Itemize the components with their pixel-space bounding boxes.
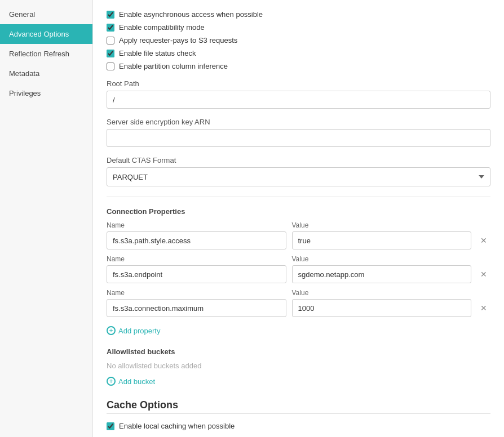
add-bucket-label: Add bucket	[118, 377, 155, 386]
sidebar-item-privileges[interactable]: Privileges	[0, 83, 92, 103]
property-name-label-1: Name	[107, 255, 286, 263]
property-name-col-1: Name	[107, 255, 286, 283]
checkbox-row-file-status: Enable file status check	[107, 49, 490, 57]
sidebar-item-reflection-refresh[interactable]: Reflection Refresh	[0, 44, 92, 64]
checkbox-label-local-caching[interactable]: Enable local caching when possible	[119, 422, 235, 430]
property-remove-2[interactable]: ✕	[477, 299, 490, 317]
ctas-format-select[interactable]: PARQUET ORC JSON CSV	[107, 167, 490, 186]
property-value-col-2: Value	[292, 289, 472, 317]
property-name-input-2[interactable]	[107, 299, 286, 317]
sidebar-item-general[interactable]: General	[0, 5, 92, 24]
property-name-col-0: Name	[107, 221, 286, 249]
root-path-group: Root Path	[107, 79, 490, 109]
property-value-label-1: Value	[292, 255, 472, 263]
add-property-button[interactable]: + Add property	[107, 326, 160, 335]
property-remove-1[interactable]: ✕	[477, 265, 490, 283]
property-row-0: Name Value ✕	[107, 221, 490, 249]
encryption-key-input[interactable]	[107, 129, 490, 147]
property-row-1: Name Value ✕	[107, 255, 490, 283]
property-remove-0[interactable]: ✕	[477, 231, 490, 249]
checkbox-row-local-caching: Enable local caching when possible	[107, 422, 490, 430]
checkbox-requester-pays[interactable]	[107, 37, 114, 44]
add-bucket-button[interactable]: + Add bucket	[107, 377, 155, 386]
property-name-label-2: Name	[107, 289, 286, 297]
property-name-input-1[interactable]	[107, 265, 286, 283]
checkbox-label-async[interactable]: Enable asynchronous access when possible	[119, 10, 263, 19]
checkbox-label-partition[interactable]: Enable partition column inference	[119, 62, 228, 70]
checkbox-partition-col[interactable]	[107, 63, 114, 70]
sidebar-item-metadata[interactable]: Metadata	[0, 64, 92, 83]
connection-properties-title: Connection Properties	[107, 207, 490, 216]
property-name-input-0[interactable]	[107, 231, 286, 249]
property-value-input-0[interactable]	[292, 231, 472, 249]
property-value-label-2: Value	[292, 289, 472, 297]
checkbox-row-async: Enable asynchronous access when possible	[107, 10, 490, 19]
cache-options-section: Cache Options Enable local caching when …	[107, 399, 490, 437]
ctas-format-label: Default CTAS Format	[107, 156, 490, 164]
sidebar: General Advanced Options Reflection Refr…	[0, 0, 93, 437]
divider-1	[107, 197, 490, 197]
allowlist-empty-text: No allowlisted buckets added	[107, 362, 490, 370]
property-value-col-0: Value	[292, 221, 472, 249]
checkbox-label-compat[interactable]: Enable compatibility mode	[119, 23, 205, 32]
ctas-format-group: Default CTAS Format PARQUET ORC JSON CSV	[107, 156, 490, 186]
checkbox-row-compat: Enable compatibility mode	[107, 23, 490, 32]
add-bucket-icon: +	[107, 377, 116, 386]
property-value-input-1[interactable]	[292, 265, 472, 283]
checkbox-async-access[interactable]	[107, 11, 114, 19]
root-path-label: Root Path	[107, 79, 490, 88]
property-row-2: Name Value ✕	[107, 289, 490, 317]
property-value-col-1: Value	[292, 255, 472, 283]
checkbox-row-requester: Apply requester-pays to S3 requests	[107, 36, 490, 44]
checkbox-file-status[interactable]	[107, 50, 114, 57]
add-property-label: Add property	[118, 327, 160, 335]
property-value-label-0: Value	[292, 221, 472, 229]
checkbox-row-partition: Enable partition column inference	[107, 62, 490, 70]
checkbox-group: Enable asynchronous access when possible…	[107, 10, 490, 70]
property-name-col-2: Name	[107, 289, 286, 317]
encryption-key-label: Server side encryption key ARN	[107, 118, 490, 126]
cache-options-title: Cache Options	[107, 399, 490, 414]
property-name-label-0: Name	[107, 221, 286, 229]
checkbox-local-caching[interactable]	[107, 422, 114, 430]
add-property-icon: +	[107, 326, 116, 335]
allowlist-title: Allowlisted buckets	[107, 347, 490, 356]
root-path-input[interactable]	[107, 91, 490, 109]
checkbox-label-requester[interactable]: Apply requester-pays to S3 requests	[119, 36, 237, 44]
property-value-input-2[interactable]	[292, 299, 472, 317]
checkbox-compat-mode[interactable]	[107, 24, 114, 32]
sidebar-item-advanced-options[interactable]: Advanced Options	[0, 24, 92, 44]
encryption-key-group: Server side encryption key ARN	[107, 118, 490, 147]
connection-properties-section: Connection Properties Name Value ✕ Name …	[107, 207, 490, 335]
allowlist-section: Allowlisted buckets No allowlisted bucke…	[107, 347, 490, 386]
main-content: Enable asynchronous access when possible…	[93, 0, 504, 437]
checkbox-label-file-status[interactable]: Enable file status check	[119, 49, 196, 57]
